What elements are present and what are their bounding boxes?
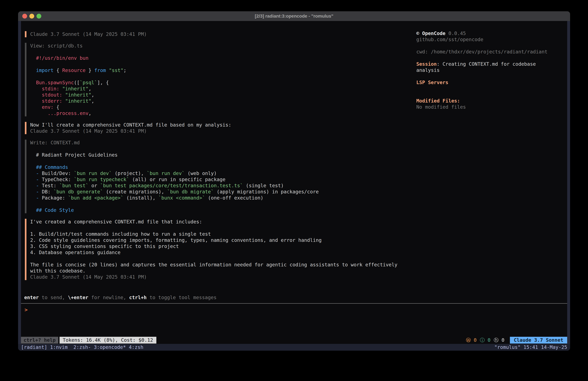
- terminal-line: cwd: /home/thdxr/dev/projects/radiant/ra…: [416, 49, 547, 55]
- text-segment: "inherit": [62, 86, 89, 91]
- chat-history: Claude 3.7 Sonnet (14 May 2025 03:41 PM)…: [25, 31, 431, 286]
- terminal-line: stdin: "inherit",: [30, 86, 431, 92]
- text-segment: I've created a comprehensive CONTEXT.md …: [30, 219, 202, 224]
- status-left-group: ctrl+? help Tokens: 16.4K (8%), Cost: $0…: [21, 337, 156, 344]
- text-segment: # Radiant Project Guidelines: [30, 152, 118, 158]
- text-segment: [30, 171, 36, 176]
- text-segment: for newline,: [88, 295, 129, 300]
- terminal-line: Claude 3.7 Sonnet (14 May 2025 03:41 PM): [30, 31, 431, 37]
- text-segment: `bun add <package>`: [68, 195, 124, 201]
- tmux-status-bar: [radiant] 1:nvim 2:zsh- 3:opencode* 4:zs…: [18, 344, 570, 351]
- tokens-cost-display: Tokens: 16.4K (8%), Cost: $0.12: [60, 337, 156, 344]
- terminal-line: 1. Build/lint/test commands including ho…: [30, 231, 431, 237]
- text-segment: from: [94, 67, 106, 73]
- terminal-line: The file is concise (20 lines) and captu…: [30, 262, 431, 268]
- text-segment: stdin:: [42, 86, 62, 91]
- text-segment: No modified files: [416, 104, 466, 110]
- text-segment: Now I'll create a comprehensive CONTEXT.…: [30, 122, 231, 128]
- text-segment: Session: [416, 61, 437, 67]
- text-segment: -: [36, 183, 42, 188]
- text-segment: ,: [91, 98, 94, 104]
- tmux-window-list[interactable]: [radiant] 1:nvim 2:zsh- 3:opencode* 4:zs…: [21, 344, 144, 351]
- text-segment: [30, 67, 36, 73]
- terminal-window: [2/3] radiant:3:opencode - "romulus" Cla…: [18, 11, 570, 351]
- text-segment: [30, 183, 36, 188]
- text-segment: to send,: [39, 295, 68, 300]
- help-button[interactable]: ctrl+? help: [21, 337, 58, 344]
- terminal-line: ## Commands: [30, 164, 431, 170]
- terminal-line: 2. Code style guidelines covering import…: [30, 237, 431, 243]
- terminal-line: © OpenCode 0.0.45: [416, 30, 547, 37]
- text-segment: 2. Code style guidelines covering import…: [30, 237, 322, 243]
- text-segment: Build/Dev:: [42, 171, 74, 176]
- text-segment: ## Commands: [36, 164, 68, 170]
- text-segment: github.com/sst/opencode: [416, 37, 483, 42]
- terminal-line: - Package: `bun add <package>` (install)…: [30, 195, 431, 201]
- terminal-line: LSP Servers: [416, 79, 547, 86]
- terminal-line: 4. Database operations guidance: [30, 249, 431, 256]
- text-segment: DB:: [42, 189, 53, 195]
- status-right-group: Ⓦ 0ⓘ 0ⓗ 0 Claude 3.7 Sonnet: [466, 337, 567, 344]
- text-segment: ## Code Style: [36, 207, 74, 213]
- prompt-input[interactable]: >: [24, 307, 28, 313]
- text-segment: [30, 195, 36, 201]
- terminal-line: #!/usr/bin/env bun: [30, 55, 431, 61]
- text-segment: ,: [88, 111, 91, 116]
- terminal-line: - TypeCheck: `bun run typecheck` (all) o…: [30, 177, 431, 183]
- text-segment: Package:: [42, 195, 68, 201]
- text-segment: analysis: [416, 67, 440, 73]
- desktop: { "window": { "title": "[2/3] radiant:3:…: [0, 0, 588, 381]
- text-segment: [30, 207, 36, 213]
- text-segment: (all) or run in specific package: [129, 177, 225, 182]
- text-segment: Write: CONTEXT.md: [30, 140, 80, 145]
- terminal-line: [416, 92, 547, 98]
- tool-view-block: View: script/db.ts #!/usr/bin/env bun im…: [25, 43, 431, 116]
- text-segment: (one-off execution): [205, 195, 263, 201]
- text-segment: 3. CSS styling conventions specific to t…: [30, 244, 179, 249]
- terminal-line: analysis: [416, 67, 547, 73]
- text-segment: ], {: [97, 80, 109, 85]
- text-segment: `bun db generate`: [54, 189, 103, 195]
- text-segment: ([: [74, 80, 80, 85]
- text-segment: [30, 80, 36, 85]
- editor-divider: [21, 303, 567, 304]
- text-segment: import: [36, 67, 53, 73]
- text-segment: stdout:: [42, 92, 65, 98]
- text-segment: [30, 86, 42, 91]
- text-segment: ctrl+h: [129, 295, 147, 300]
- text-segment: `bun test`: [59, 183, 89, 188]
- diagnostic-indicators: Ⓦ 0ⓘ 0ⓗ 0: [466, 337, 504, 344]
- text-segment: -: [36, 189, 42, 195]
- text-segment: ...process.env: [48, 111, 88, 116]
- text-segment: (project),: [112, 171, 147, 176]
- terminal-line: stderr: "inherit",: [30, 98, 431, 104]
- window-titlebar: [2/3] radiant:3:opencode - "romulus": [18, 11, 570, 21]
- terminal-line: Claude 3.7 Sonnet (14 May 2025 03:41 PM): [30, 274, 431, 280]
- terminal-line: View: script/db.ts: [30, 43, 431, 49]
- terminal-line: [416, 73, 547, 79]
- terminal-line: [30, 146, 431, 152]
- terminal-line: ## Code Style: [30, 207, 431, 213]
- text-segment: 1. Build/lint/test commands including ho…: [30, 231, 211, 237]
- text-segment: or: [88, 183, 100, 188]
- text-segment: `bun test packages/core/test/transaction…: [100, 183, 243, 188]
- terminal-line: [30, 158, 431, 164]
- text-segment: stderr:: [42, 98, 65, 104]
- text-segment: `bun run dev`: [74, 171, 112, 176]
- terminal-line: with this codebase.: [30, 268, 431, 274]
- terminal-line: [30, 256, 431, 262]
- terminal-line: [30, 73, 431, 80]
- terminal-line: github.com/sst/opencode: [416, 37, 547, 43]
- text-segment: (web only): [185, 171, 217, 176]
- model-badge[interactable]: Claude 3.7 Sonnet: [510, 337, 567, 344]
- text-segment: `bun run dev`: [147, 171, 185, 176]
- terminal-screen: Claude 3.7 Sonnet (14 May 2025 03:41 PM)…: [21, 21, 567, 344]
- text-segment: "sst": [109, 67, 124, 73]
- text-segment: -: [36, 195, 42, 201]
- assistant-header-block: Claude 3.7 Sonnet (14 May 2025 03:41 PM): [25, 31, 431, 37]
- terminal-line: Claude 3.7 Sonnet (14 May 2025 03:41 PM): [30, 128, 431, 134]
- opencode-status-bar: ctrl+? help Tokens: 16.4K (8%), Cost: $0…: [21, 337, 567, 344]
- terminal-line: Session: Creating CONTEXT.md for codebas…: [416, 61, 547, 67]
- terminal-line: - Test: `bun test` or `bun test packages…: [30, 183, 431, 189]
- text-segment: [106, 67, 109, 73]
